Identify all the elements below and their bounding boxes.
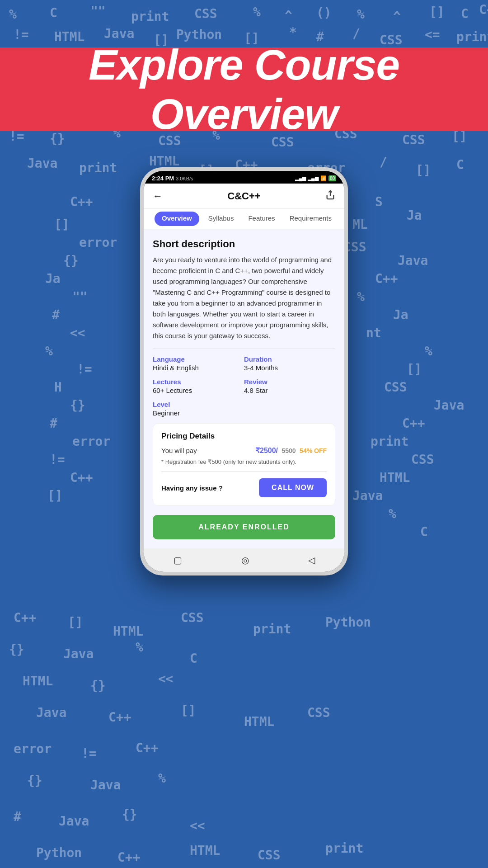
bg-symbol: << [190, 818, 205, 833]
bg-symbol: # [52, 307, 60, 322]
divider-1 [153, 349, 335, 349]
bg-symbol: {} [63, 253, 79, 268]
bg-symbol: [] [47, 488, 63, 503]
bg-symbol: HTML [149, 154, 179, 169]
bg-symbol: ^ [393, 9, 401, 24]
bg-symbol: # [50, 416, 57, 431]
bg-symbol: % [9, 7, 17, 22]
status-time: 2:24 PM [152, 175, 174, 182]
bg-symbol: HTML [190, 843, 220, 858]
bg-symbol: C [190, 651, 197, 666]
share-button[interactable] [325, 190, 335, 202]
pricing-row: You will pay ₹2500/ 5500 54% OFF [161, 446, 327, 455]
bg-symbol: Java [27, 156, 57, 171]
duration-label: Duration [244, 355, 335, 363]
new-price: ₹2500/ [255, 447, 278, 454]
bg-symbol: != [50, 452, 65, 467]
bg-symbol: C++ [479, 2, 488, 17]
tab-syllabus[interactable]: Syllabus [201, 209, 241, 229]
bg-symbol: Java [352, 488, 383, 503]
nav-back-icon[interactable]: ▢ [174, 555, 182, 566]
bg-symbol: # [14, 809, 21, 824]
language-label: Language [153, 355, 244, 363]
bg-symbol: print [79, 160, 117, 175]
bg-symbol: {} [90, 678, 106, 693]
divider-2 [161, 472, 327, 472]
bg-symbol: C++ [70, 194, 93, 209]
duration-value: 3-4 Months [244, 364, 335, 372]
bg-symbol: HTML [380, 470, 410, 485]
bg-symbol: Java [63, 646, 94, 661]
pricing-amount: ₹2500/ 5500 54% OFF [255, 446, 327, 455]
bg-symbol: C++ [70, 470, 93, 485]
bg-symbol: Java [104, 26, 134, 41]
tab-features[interactable]: Features [241, 209, 282, 229]
bg-symbol: nt [366, 326, 381, 340]
info-lectures: Lectures 60+ Lectures [153, 378, 244, 394]
bg-symbol: CSS [411, 452, 434, 467]
status-icons: ▂▄▆ ▂▄▆ 📶 80 [295, 175, 336, 181]
bg-symbol: print [371, 434, 408, 449]
bg-symbol: CSS [194, 6, 217, 21]
bg-symbol: % [45, 344, 53, 359]
call-now-button[interactable]: CALL NOW [259, 478, 327, 497]
bg-symbol: ^ [285, 8, 292, 23]
bg-symbol: error [72, 434, 110, 449]
bg-symbol: H [54, 380, 62, 395]
bg-symbol: % [389, 506, 396, 521]
bg-symbol: % [253, 5, 261, 19]
bg-symbol: CSS [307, 705, 330, 720]
bg-symbol: << [70, 326, 85, 340]
battery-indicator: 80 [328, 175, 336, 181]
review-label: Review [244, 378, 335, 386]
bg-symbol: print [131, 9, 169, 24]
bg-symbol: () [316, 5, 332, 20]
bg-symbol: [] [416, 163, 431, 178]
old-price: 5500 [282, 447, 296, 454]
bg-symbol: "" [90, 4, 106, 19]
signal-icon-2: ▂▄▆ [308, 175, 319, 181]
bg-symbol: C++ [375, 271, 398, 286]
bg-symbol: % [425, 344, 432, 359]
bg-symbol: {} [122, 807, 137, 822]
bg-symbol: print [325, 841, 363, 856]
bg-symbol: Python [325, 615, 371, 630]
short-description-text: Are you ready to venture into the world … [153, 255, 335, 341]
bottom-nav: ▢ ◎ ◁ [144, 548, 344, 572]
bg-symbol: [] [407, 362, 422, 377]
bg-symbol: % [158, 771, 166, 786]
bg-symbol: print [253, 622, 291, 637]
info-grid: Language Hindi & English Duration 3-4 Mo… [153, 355, 335, 417]
bg-symbol: C++ [117, 850, 141, 865]
bg-symbol: / [380, 155, 387, 170]
phone-outer-shell: 2:24 PM 3.0KB/s ▂▄▆ ▂▄▆ 📶 80 ← C&C++ [140, 167, 348, 576]
bg-symbol: Python [36, 845, 82, 860]
bg-symbol: Ja [393, 307, 408, 322]
issue-text: Having any issue ? [161, 484, 223, 492]
bg-symbol: ML [352, 217, 368, 232]
nav-home-icon[interactable]: ◎ [241, 555, 249, 566]
bg-symbol: CSS [384, 380, 407, 395]
phone-mockup: 2:24 PM 3.0KB/s ▂▄▆ ▂▄▆ 📶 80 ← C&C++ [140, 167, 348, 576]
pricing-box: Pricing Details You will pay ₹2500/ 5500… [153, 423, 335, 506]
app-header: ← C&C++ [144, 184, 344, 209]
bg-symbol: Java [434, 398, 464, 413]
content-area: Short description Are you ready to ventu… [144, 229, 344, 515]
tab-overview[interactable]: Overview [155, 212, 199, 226]
tab-requirements[interactable]: Requirements [282, 209, 339, 229]
issue-row: Having any issue ? CALL NOW [161, 478, 327, 497]
banner-title: Explore Course Overview [0, 40, 488, 139]
bg-symbol: / [352, 26, 360, 41]
enrolled-button[interactable]: ALREADY ENROLLED [153, 515, 335, 539]
nav-recents-icon[interactable]: ◁ [308, 555, 315, 566]
phone-screen: 2:24 PM 3.0KB/s ▂▄▆ ▂▄▆ 📶 80 ← C&C++ [144, 171, 344, 572]
status-speed: 3.0KB/s [176, 176, 193, 181]
enrolled-btn-container: ALREADY ENROLLED [144, 515, 344, 548]
language-value: Hindi & English [153, 364, 244, 372]
bg-symbol: != [77, 362, 92, 377]
bg-symbol: Java [59, 814, 89, 829]
bg-symbol: Java [36, 705, 66, 720]
bg-symbol: HTML [113, 624, 143, 639]
back-button[interactable]: ← [153, 190, 163, 202]
short-description-heading: Short description [153, 238, 335, 250]
